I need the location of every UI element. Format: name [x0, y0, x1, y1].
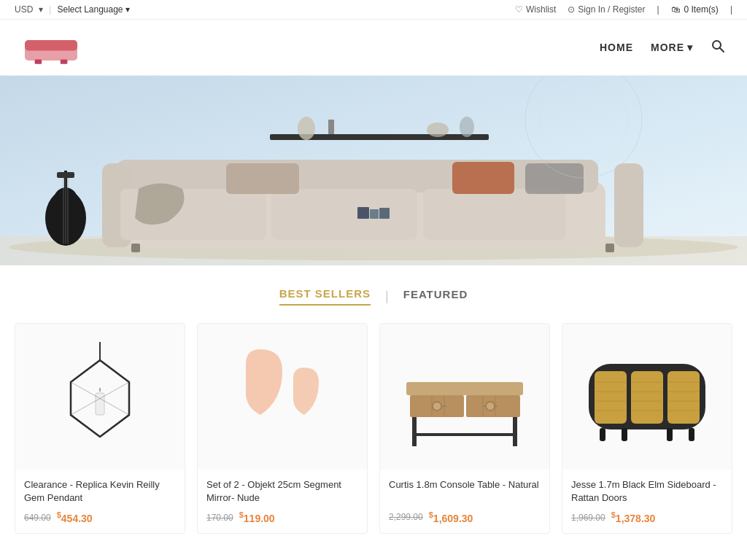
svg-point-67 — [433, 402, 441, 411]
product-name-mirror: Set of 2 - Objekt 25cm Segment Mirror- N… — [206, 478, 358, 505]
svg-rect-72 — [667, 371, 700, 424]
top-bar-left: USD ▾ | Select Language ▾ — [15, 4, 515, 15]
product-image-mirror — [198, 324, 367, 470]
price-old-mirror: 170.00 — [206, 513, 233, 523]
nav-more[interactable]: MORE ▾ — [651, 42, 693, 53]
cart-icon: 🛍 — [671, 4, 680, 15]
wishlist-link[interactable]: ♡ Wishlist — [515, 4, 556, 15]
hero-banner — [0, 76, 747, 265]
product-info-sideboard: Jesse 1.7m Black Elm Sideboard - Rattan … — [562, 470, 732, 533]
pendant-svg — [56, 342, 144, 451]
cart-label: 0 Item(s) — [684, 4, 719, 15]
currency-arrow[interactable]: ▾ — [39, 4, 43, 15]
product-card-console[interactable]: Curtis 1.8m Console Table - Natural 2,29… — [379, 323, 550, 534]
svg-rect-25 — [605, 244, 614, 252]
svg-line-50 — [100, 415, 129, 437]
nav-home[interactable]: HOME — [600, 42, 633, 53]
search-button[interactable] — [711, 39, 725, 57]
price-old-pendant: 649.00 — [24, 513, 51, 523]
price-new-sideboard: $1,378.30 — [611, 510, 656, 524]
svg-rect-5 — [61, 59, 68, 63]
price-old-sideboard: 1,969.00 — [571, 513, 605, 523]
product-image-pendant — [15, 324, 185, 470]
product-card-pendant[interactable]: Clearance - Replica Kevin Reilly Gem Pen… — [15, 323, 185, 534]
divider-1: | — [49, 4, 51, 15]
svg-rect-88 — [689, 428, 694, 441]
svg-rect-3 — [25, 40, 77, 50]
main-nav: HOME MORE ▾ — [600, 39, 725, 57]
svg-point-68 — [486, 402, 495, 411]
header: HOME MORE ▾ — [0, 20, 747, 76]
svg-rect-20 — [423, 189, 565, 240]
product-image-console — [380, 324, 549, 470]
tab-featured[interactable]: FEATURED — [403, 288, 468, 305]
price-new-console: $1,609.30 — [429, 510, 473, 524]
product-grid: Clearance - Replica Kevin Reilly Gem Pen… — [15, 323, 732, 534]
tab-bestsellers[interactable]: BEST SELLERS — [279, 287, 371, 306]
svg-line-46 — [71, 360, 100, 382]
svg-point-39 — [298, 117, 315, 140]
logo[interactable] — [22, 26, 80, 69]
svg-point-42 — [460, 117, 474, 137]
product-price-console: 2,299.00 $1,609.30 — [389, 510, 541, 524]
product-section: BEST SELLERS | FEATURED — [0, 265, 747, 548]
svg-rect-55 — [406, 382, 523, 395]
svg-rect-24 — [131, 244, 140, 252]
svg-rect-86 — [622, 428, 627, 441]
console-svg — [399, 342, 530, 451]
product-name-console: Curtis 1.8m Console Table - Natural — [389, 478, 541, 505]
svg-rect-17 — [614, 163, 643, 247]
product-price-pendant: 649.00 $454.30 — [24, 510, 176, 524]
svg-rect-34 — [370, 209, 379, 219]
wishlist-label: Wishlist — [526, 4, 556, 15]
hero-image — [0, 76, 747, 265]
product-card-mirror[interactable]: Set of 2 - Objekt 25cm Segment Mirror- N… — [197, 323, 368, 534]
svg-rect-62 — [412, 433, 517, 436]
wishlist-icon: ♡ — [515, 4, 523, 15]
svg-rect-40 — [328, 120, 334, 134]
cart-button[interactable]: 🛍 0 Item(s) — [671, 4, 719, 15]
divider-2: | — [657, 4, 659, 15]
svg-line-49 — [71, 415, 100, 437]
svg-rect-61 — [513, 417, 517, 446]
section-tabs: BEST SELLERS | FEATURED — [15, 287, 732, 306]
nav-more-arrow: ▾ — [687, 42, 693, 53]
svg-point-41 — [427, 122, 449, 137]
language-label: Select Language — [57, 4, 123, 15]
divider-3: | — [730, 4, 732, 15]
svg-rect-87 — [667, 428, 673, 441]
svg-rect-60 — [412, 417, 417, 446]
svg-rect-51 — [96, 393, 104, 415]
svg-rect-33 — [357, 207, 369, 219]
product-name-pendant: Clearance - Replica Kevin Reilly Gem Pen… — [24, 478, 176, 505]
svg-rect-70 — [595, 371, 627, 424]
svg-rect-71 — [631, 371, 663, 424]
search-icon — [711, 39, 725, 53]
language-arrow: ▾ — [125, 4, 130, 15]
price-new-mirror: $119.00 — [239, 510, 275, 524]
price-new-pendant: $454.30 — [57, 510, 93, 524]
svg-rect-85 — [600, 428, 605, 441]
signin-icon: ⊙ — [568, 4, 575, 15]
top-bar: USD ▾ | Select Language ▾ ♡ Wishlist ⊙ S… — [0, 0, 747, 20]
product-name-sideboard: Jesse 1.7m Black Elm Sideboard - Rattan … — [571, 478, 723, 505]
top-bar-right: ♡ Wishlist ⊙ Sign In / Register | 🛍 0 It… — [515, 4, 732, 15]
nav-more-label: MORE — [651, 42, 684, 53]
svg-line-45 — [100, 360, 129, 382]
svg-line-7 — [720, 48, 724, 52]
logo-svg — [22, 26, 80, 69]
svg-rect-22 — [452, 162, 514, 194]
svg-rect-29 — [57, 172, 74, 178]
product-price-mirror: 170.00 $119.00 — [206, 510, 358, 524]
currency-selector[interactable]: USD — [15, 4, 33, 15]
mirror-svg — [231, 342, 333, 451]
svg-rect-4 — [35, 59, 42, 63]
sideboard-svg — [581, 342, 713, 451]
language-selector[interactable]: Select Language ▾ — [57, 4, 129, 15]
product-card-sideboard[interactable]: Jesse 1.7m Black Elm Sideboard - Rattan … — [562, 323, 732, 534]
product-image-sideboard — [562, 324, 732, 470]
svg-rect-35 — [379, 208, 390, 219]
signin-link[interactable]: ⊙ Sign In / Register — [568, 4, 645, 15]
product-info-mirror: Set of 2 - Objekt 25cm Segment Mirror- N… — [198, 470, 367, 533]
tab-separator: | — [385, 289, 389, 304]
